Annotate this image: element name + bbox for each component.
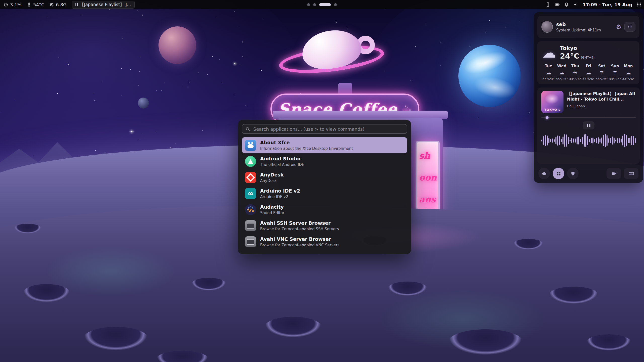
waveform: [541, 132, 636, 149]
xfce-icon: [245, 140, 256, 151]
cloud-button[interactable]: [538, 168, 550, 179]
forecast-day-tue: Tue☁33°/24°: [542, 64, 555, 81]
app-row-anydesk[interactable]: AnyDesk AnyDesk: [242, 169, 407, 186]
crater: [23, 284, 70, 303]
shield-icon: [570, 171, 576, 176]
app-title: Arduino IDE v2: [260, 188, 300, 194]
app-row-arduino[interactable]: Arduino IDE v2 Arduino IDE v2: [242, 186, 407, 202]
stat-gauge-cpu: 3.1%◔: [643, 89, 644, 108]
app-row-about-xfce[interactable]: About Xfce Information about the Xfce De…: [242, 137, 407, 153]
shield-button[interactable]: [567, 168, 579, 179]
battery-icon[interactable]: [555, 2, 560, 7]
forecast-day-wed: Wed☁35°/25°: [555, 64, 569, 81]
memory-value: 6.8G: [56, 2, 67, 7]
app-list: About Xfce Information about the Xfce De…: [242, 137, 407, 250]
stat-gauge-temp: 54°C♨: [643, 108, 644, 126]
search-input[interactable]: [242, 124, 407, 134]
settings-gear-icon[interactable]: ⚙: [616, 24, 621, 30]
android-studio-icon: [245, 156, 256, 167]
track-subtitle: Chill Japan.: [567, 104, 636, 108]
search-icon: [245, 126, 250, 131]
app-grid-icon[interactable]: [636, 2, 641, 7]
forecast-day-sun: Sun☂33°/26°: [608, 64, 622, 81]
crater: [513, 239, 543, 250]
notification-bell-icon[interactable]: [564, 2, 569, 7]
star-sparkle: [234, 63, 235, 64]
seek-bar[interactable]: [541, 117, 636, 118]
cafe-window: sh oon ans: [416, 141, 440, 214]
clock[interactable]: 17:09 - Tue, 19 Aug: [583, 2, 632, 7]
pause-button[interactable]: [583, 121, 594, 129]
weather-timezone: (GMT+9): [581, 56, 594, 59]
user-card: seb System Uptime: 4h11m ⚙: [537, 16, 639, 38]
app-title: Avahi VNC Server Browser: [260, 236, 339, 242]
window-neon-text: sh: [419, 151, 430, 161]
crater: [387, 282, 428, 296]
desktop: Space Coffee ☕ sh oon ans 3.1% 54°C: [0, 0, 644, 362]
forecast-day-fri: Fri☁35°/26°: [582, 64, 595, 81]
cloud-icon: ☁: [586, 70, 591, 75]
sidebar-dock: [537, 167, 639, 179]
cpu-indicator[interactable]: 3.1%: [4, 2, 22, 7]
crater: [14, 224, 42, 234]
forecast-day-mon: Mon☁33°/26°: [622, 64, 635, 81]
crater: [264, 317, 322, 338]
forecast-row: Tue☁33°/24°Wed☁35°/25°Thu☀33°/26°Fri☁35°…: [542, 64, 635, 81]
media-widget[interactable]: 【Japanese Playlist】 J...: [72, 1, 135, 9]
avatar: [541, 21, 553, 33]
avahi-icon: [245, 220, 256, 231]
workspace-dot[interactable]: [307, 3, 310, 6]
seek-handle[interactable]: [546, 116, 548, 119]
audacity-icon: [245, 204, 256, 215]
pause-icon: [75, 3, 76, 6]
sun-icon: ☀: [573, 70, 578, 75]
app-desc: The official Android IDE: [260, 162, 304, 167]
avahi-icon: [245, 236, 256, 247]
crater: [83, 327, 148, 351]
crater: [548, 287, 599, 304]
album-art: TOKYO L: [541, 91, 564, 113]
media-widget-label: 【Japanese Playlist】 J...: [80, 2, 131, 8]
crater: [586, 334, 631, 351]
arduino-icon: [245, 188, 256, 199]
app-title: Audacity: [260, 204, 284, 210]
media-player-card: TOKYO L 【Japanese Playlist】 Japan All Ni…: [537, 87, 640, 164]
workspace-dot-active[interactable]: [319, 3, 331, 6]
keyboard-button[interactable]: [624, 168, 638, 179]
cloud-icon: ☁: [626, 70, 631, 75]
app-title: Android Studio: [260, 156, 304, 162]
cpu-gauge-icon: [4, 2, 8, 7]
power-icon: [628, 25, 632, 29]
keyboard-icon: [628, 171, 634, 176]
app-title: AnyDesk: [260, 172, 284, 178]
app-row-audacity[interactable]: Audacity Sound Editor: [242, 202, 407, 218]
screen-record-button[interactable]: [607, 168, 621, 179]
crater: [448, 329, 523, 355]
power-button[interactable]: [624, 22, 635, 32]
workspace-dot[interactable]: [334, 3, 337, 6]
app-row-avahi-ssh[interactable]: Avahi SSH Server Browser Browse for Zero…: [242, 218, 407, 234]
apps-grid-icon: [556, 171, 561, 176]
forecast-day-sat: Sat☂36°/26°: [595, 64, 608, 81]
app-row-android-studio[interactable]: Android Studio The official Android IDE: [242, 153, 407, 169]
crater: [191, 278, 226, 291]
apps-button[interactable]: [553, 168, 564, 179]
window-neon-text: oon: [419, 172, 437, 183]
app-desc: Sound Editor: [260, 211, 284, 215]
weather-city: Tokyo: [560, 45, 594, 51]
weather-temp: 24°C: [560, 52, 579, 60]
star-sparkle: [131, 131, 132, 132]
memory-indicator[interactable]: 6.8G: [49, 2, 67, 7]
temp-indicator[interactable]: 54°C: [27, 2, 44, 7]
phone-link-icon[interactable]: [545, 2, 550, 7]
volume-icon[interactable]: [573, 2, 578, 7]
app-row-avahi-vnc[interactable]: Avahi VNC Server Browser Browse for Zero…: [242, 234, 407, 250]
app-desc: AnyDesk: [260, 178, 284, 183]
workspace-dot[interactable]: [313, 3, 316, 6]
memory-chip-icon: [49, 2, 54, 7]
user-name: seb: [556, 22, 601, 27]
app-desc: Browse for Zeroconf-enabled VNC Servers: [260, 243, 339, 247]
rain-icon: ☂: [599, 70, 604, 75]
anydesk-icon: [245, 172, 256, 183]
track-title: 【Japanese Playlist】 Japan All Night - To…: [567, 91, 636, 102]
